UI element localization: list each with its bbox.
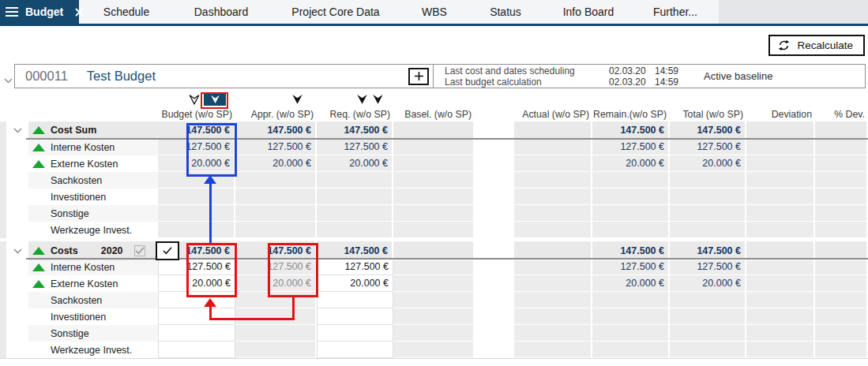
group-label-cell[interactable]: Costs2020 xyxy=(28,241,158,260)
value-cell[interactable]: 147.500 € xyxy=(158,121,235,139)
tab-info-board[interactable]: Info Board xyxy=(545,0,632,24)
value-cell[interactable] xyxy=(514,139,592,155)
value-cell[interactable]: 127.500 € xyxy=(158,139,235,155)
row-label-cell[interactable]: Werkzeuge Invest. xyxy=(28,222,158,238)
value-cell[interactable] xyxy=(815,308,868,325)
column-header-pdev[interactable]: % Dev. xyxy=(815,109,868,120)
table-row[interactable]: Werkzeuge Invest. xyxy=(0,222,868,238)
group-row[interactable]: Costs2020147.500 €147.500 €147.500 €147.… xyxy=(0,241,868,259)
value-cell[interactable] xyxy=(514,275,592,292)
table-row[interactable]: Sachkosten xyxy=(0,292,868,308)
value-cell[interactable] xyxy=(158,172,235,189)
value-cell[interactable] xyxy=(746,205,815,222)
value-cell[interactable] xyxy=(815,222,868,238)
value-cell[interactable] xyxy=(235,189,317,205)
value-cell[interactable] xyxy=(670,342,746,358)
value-cell[interactable] xyxy=(815,292,868,308)
value-cell[interactable] xyxy=(393,155,475,172)
column-header-basel[interactable]: Basel. (w/o SP) xyxy=(393,109,475,120)
value-cell[interactable]: 147.500 € xyxy=(235,121,317,139)
tab-dashboard[interactable]: Dashboard xyxy=(174,0,269,24)
column-header-actual[interactable]: Actual (w/o SP) xyxy=(514,109,592,120)
row-label-cell[interactable]: Interne Kosten xyxy=(28,139,158,155)
value-cell[interactable] xyxy=(235,325,317,342)
column-header-deviation[interactable]: Deviation xyxy=(746,109,815,120)
value-cell[interactable] xyxy=(815,155,868,172)
value-cell[interactable] xyxy=(815,342,868,358)
value-cell[interactable]: 20.000 € xyxy=(670,275,746,292)
value-cell[interactable] xyxy=(746,292,815,308)
value-cell[interactable] xyxy=(746,325,815,342)
value-cell[interactable] xyxy=(235,308,317,325)
value-cell[interactable]: 147.500 € xyxy=(592,121,670,139)
value-cell[interactable]: 147.500 € xyxy=(592,241,670,260)
value-cell[interactable] xyxy=(393,292,475,308)
value-cell[interactable] xyxy=(746,241,815,260)
row-label-cell[interactable]: Sonstige xyxy=(28,325,158,342)
value-cell[interactable] xyxy=(670,308,746,325)
value-cell[interactable] xyxy=(514,292,592,308)
dart-filter-icon[interactable] xyxy=(356,93,368,108)
value-cell[interactable] xyxy=(317,308,393,325)
value-cell[interactable] xyxy=(393,121,475,139)
value-cell[interactable] xyxy=(670,292,746,308)
value-cell[interactable] xyxy=(815,189,868,205)
value-cell[interactable] xyxy=(670,172,746,189)
value-cell[interactable] xyxy=(393,222,475,238)
value-cell[interactable] xyxy=(514,172,592,189)
value-cell[interactable] xyxy=(592,172,670,189)
value-cell[interactable]: 147.500 € xyxy=(670,241,746,260)
value-cell[interactable] xyxy=(815,139,868,155)
value-cell[interactable] xyxy=(158,342,235,358)
value-cell[interactable]: 147.500 € xyxy=(670,121,746,139)
value-cell[interactable] xyxy=(317,205,393,222)
value-cell[interactable]: 127.500 € xyxy=(235,139,317,155)
value-cell[interactable] xyxy=(235,342,317,358)
table-row[interactable]: Sachkosten xyxy=(0,172,868,189)
tab-further[interactable]: Further... xyxy=(632,0,719,24)
table-row[interactable]: Externe Kosten20.000 €20.000 €20.000 €20… xyxy=(0,155,868,172)
table-row[interactable]: Externe Kosten20.000 €20.000 €20.000 €20… xyxy=(0,275,868,292)
value-cell[interactable] xyxy=(317,292,393,308)
value-cell[interactable] xyxy=(514,155,592,172)
value-cell[interactable] xyxy=(317,342,393,358)
value-cell[interactable]: 127.500 € xyxy=(317,259,393,275)
value-cell[interactable] xyxy=(746,275,815,292)
dart-filter-icon[interactable] xyxy=(372,93,384,108)
table-row[interactable]: Sonstige xyxy=(0,205,868,222)
value-cell[interactable] xyxy=(514,259,592,275)
column-header-total[interactable]: Total (w/o SP) xyxy=(670,109,746,120)
value-cell[interactable] xyxy=(317,222,393,238)
value-cell[interactable] xyxy=(514,342,592,358)
row-expand-chevron-icon[interactable] xyxy=(6,241,28,260)
value-cell[interactable]: 20.000 € xyxy=(592,275,670,292)
value-cell[interactable] xyxy=(393,172,475,189)
table-row[interactable]: Investitionen xyxy=(0,189,868,205)
group-row[interactable]: Cost Sum147.500 €147.500 €147.500 €147.5… xyxy=(0,121,868,139)
value-cell[interactable] xyxy=(746,139,815,155)
value-cell[interactable] xyxy=(592,342,670,358)
value-cell[interactable] xyxy=(158,325,235,342)
value-cell[interactable]: 147.500 € xyxy=(317,241,393,260)
value-cell[interactable] xyxy=(158,189,235,205)
group-label-cell[interactable]: Cost Sum xyxy=(28,121,158,139)
column-header-remain[interactable]: Remain.(w/o SP) xyxy=(592,109,670,120)
value-cell[interactable] xyxy=(393,342,475,358)
value-cell[interactable] xyxy=(815,259,868,275)
value-cell[interactable]: 20.000 € xyxy=(235,275,317,292)
value-cell[interactable] xyxy=(317,189,393,205)
value-cell[interactable] xyxy=(746,172,815,189)
value-cell[interactable] xyxy=(235,222,317,238)
menu-icon[interactable] xyxy=(6,7,18,17)
dart-filter-icon[interactable] xyxy=(291,93,303,108)
value-cell[interactable] xyxy=(514,308,592,325)
table-row[interactable]: Sonstige xyxy=(0,325,868,342)
value-cell[interactable]: 147.500 € xyxy=(235,241,317,260)
year-checkbox[interactable] xyxy=(134,245,145,256)
value-cell[interactable]: 127.500 € xyxy=(235,259,317,275)
value-cell[interactable] xyxy=(592,325,670,342)
table-row[interactable]: Werkzeuge Invest. xyxy=(0,342,868,358)
column-header-appr[interactable]: Appr. (w/o SP) xyxy=(235,109,317,120)
value-cell[interactable] xyxy=(592,205,670,222)
edit-checkbox[interactable] xyxy=(156,241,179,260)
